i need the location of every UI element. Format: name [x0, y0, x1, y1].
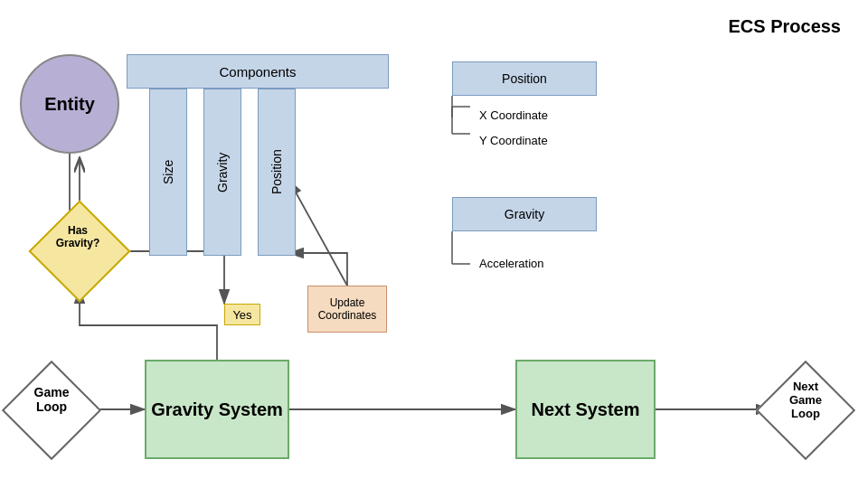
x-coord-label: X Coordinate	[479, 108, 548, 122]
y-coord-label: Y Coordinate	[479, 134, 548, 147]
acceleration-label: Acceleration	[479, 257, 544, 270]
components-bar: Components	[127, 54, 389, 89]
next-game-loop-label: NextGameLoop	[760, 380, 852, 420]
game-loop-label: GameLoop	[9, 385, 94, 414]
component-gravity: Gravity	[203, 89, 241, 256]
position-info-box: Position	[452, 61, 597, 96]
entity-node: Entity	[20, 54, 119, 154]
update-coords-box: Update Coordinates	[307, 286, 387, 333]
next-system-box: Next System	[515, 360, 656, 459]
page-title: ECS Process	[728, 16, 841, 37]
gravity-system-box: Gravity System	[145, 360, 289, 459]
yes-label: Yes	[224, 304, 260, 325]
component-size: Size	[149, 89, 187, 256]
diagram-container: ECS Process	[0, 0, 868, 488]
gravity-info-box: Gravity	[452, 197, 597, 231]
svg-line-2	[289, 181, 347, 286]
has-gravity-label: HasGravity?	[33, 224, 123, 249]
has-gravity-diamond	[28, 200, 130, 302]
component-position: Position	[258, 89, 296, 256]
